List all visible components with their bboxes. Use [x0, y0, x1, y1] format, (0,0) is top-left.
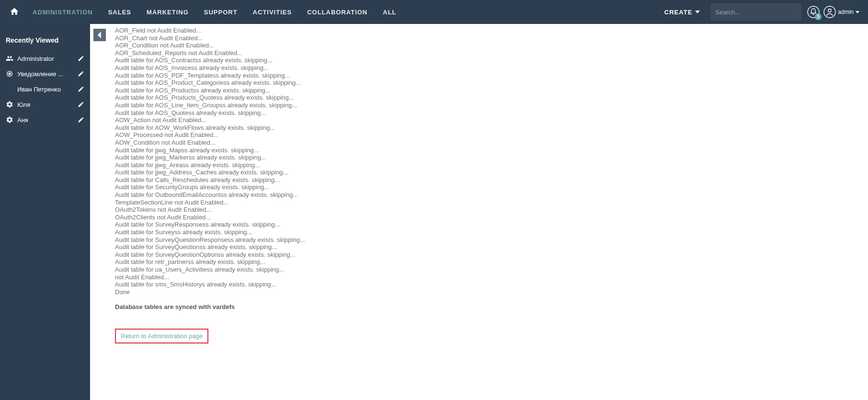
log-line: Audit table for AOS_Productss already ex… — [115, 87, 868, 94]
pencil-icon[interactable] — [78, 101, 84, 108]
gear-icon — [6, 101, 13, 108]
pencil-icon[interactable] — [78, 116, 84, 123]
nav-tab-collaboration[interactable]: COLLABORATION — [299, 0, 375, 24]
status-line: Database tables are synced with vardefs — [115, 303, 868, 310]
svg-point-2 — [828, 9, 831, 12]
log-line: Audit table for sms_SmsHistorys already … — [115, 281, 868, 288]
notification-badge: 5 — [815, 13, 822, 20]
nav-tab-marketing[interactable]: MARKETING — [139, 0, 196, 24]
nav-tab-administration[interactable]: ADMINISTRATION — [25, 0, 101, 24]
log-line: Audit table for SurveyQuestionss already… — [115, 243, 868, 251]
sidebar-item-label: Уведомление ... — [17, 70, 74, 78]
sidebar-item-administrator[interactable]: Administrator — [0, 51, 90, 66]
main-content: AOR_Field not Audit Enabled...AOR_Chart … — [90, 24, 868, 400]
nav-tab-activities[interactable]: ACTIVITIES — [245, 0, 300, 24]
log-line: Audit table for SurveyQuestionOptionss a… — [115, 251, 868, 259]
log-line: Audit table for jjwg_Markerss already ex… — [115, 154, 868, 161]
gear-icon — [6, 116, 13, 124]
sidebar: Recently Viewed Administrator Уведомлени… — [0, 24, 90, 400]
log-line: Audit table for AOS_Quotess already exis… — [115, 109, 868, 117]
log-line: Audit table for Calls_Reschedules alread… — [115, 176, 868, 184]
sidebar-item-notification[interactable]: Уведомление ... — [0, 66, 90, 81]
search-icon[interactable] — [796, 8, 797, 16]
pencil-icon[interactable] — [78, 70, 84, 77]
search-box[interactable] — [710, 3, 801, 21]
sidebar-item-anya[interactable]: Аня — [0, 112, 90, 127]
log-line: not Audit Enabled... — [115, 274, 868, 281]
log-line: Audit table for SurveyResponsess already… — [115, 221, 868, 229]
log-line: Audit table for Surveyss already exists.… — [115, 229, 868, 236]
sidebar-item-label: Юля — [17, 101, 74, 108]
log-line: TemplateSectionLine not Audit Enabled... — [115, 199, 868, 206]
search-input[interactable] — [715, 9, 796, 16]
log-line: Audit table for SurveyQuestionResponsess… — [115, 236, 868, 244]
log-line: Audit table for jjwg_Areass already exis… — [115, 161, 868, 169]
log-line: OAuth2Clients not Audit Enabled... — [115, 214, 868, 221]
user-icon — [823, 6, 836, 18]
return-to-admin-link[interactable]: Return to Administration page — [115, 329, 208, 343]
people-icon — [6, 55, 13, 62]
log-line: AOW_Processed not Audit Enabled... — [115, 131, 868, 139]
log-line: Done — [115, 288, 868, 296]
target-icon — [6, 70, 13, 78]
top-navbar: ADMINISTRATION SALES MARKETING SUPPORT A… — [0, 0, 868, 24]
username-label: admin — [838, 9, 854, 15]
user-menu[interactable]: admin — [823, 6, 859, 18]
log-line: Audit table for AOS_Invoicess already ex… — [115, 64, 868, 72]
log-line: OAuth2Tokens not Audit Enabled... — [115, 206, 868, 214]
log-line: AOR_Chart not Audit Enabled... — [115, 34, 868, 42]
home-icon[interactable] — [10, 7, 20, 17]
chevron-down-icon — [695, 11, 700, 13]
log-line: AOR_Field not Audit Enabled... — [115, 27, 868, 34]
blank-icon — [6, 85, 13, 93]
log-line: AOR_Condition not Audit Enabled... — [115, 42, 868, 49]
log-line: Audit table for ua_Users_Activitiess alr… — [115, 266, 868, 274]
log-line: Audit table for jjwg_Address_Caches alre… — [115, 169, 868, 176]
notifications-button[interactable]: 5 — [806, 5, 821, 19]
pencil-icon[interactable] — [78, 86, 84, 92]
sidebar-item-label: Иван Петренко — [17, 86, 74, 93]
log-output: AOR_Field not Audit Enabled...AOR_Chart … — [115, 24, 868, 296]
nav-tab-sales[interactable]: SALES — [101, 0, 139, 24]
log-line: Audit table for SecurityGroups already e… — [115, 183, 868, 191]
nav-tab-support[interactable]: SUPPORT — [196, 0, 245, 24]
nav-tab-all[interactable]: ALL — [375, 0, 404, 24]
log-line: AOR_Scheduled_Reports not Audit Enabled.… — [115, 49, 868, 57]
log-line: Audit table for AOS_Contractss already e… — [115, 57, 868, 64]
log-line: Audit table for AOS_PDF_Templatess alrea… — [115, 72, 868, 80]
log-line: Audit table for AOS_Products_Quotess alr… — [115, 94, 868, 102]
log-line: AOW_Action not Audit Enabled... — [115, 116, 868, 124]
sidebar-item-label: Administrator — [17, 55, 74, 62]
log-line: Audit table for jjwg_Mapss already exist… — [115, 147, 868, 154]
log-line: Audit table for OutboundEmailAccountss a… — [115, 191, 868, 199]
chevron-down-icon — [856, 11, 859, 13]
log-line: AOW_Condition not Audit Enabled... — [115, 139, 868, 147]
log-line: Audit table for retr_partnerss already e… — [115, 258, 868, 266]
log-line: Audit table for AOW_WorkFlows already ex… — [115, 124, 868, 132]
sidebar-item-label: Аня — [17, 116, 74, 124]
sidebar-item-yulya[interactable]: Юля — [0, 97, 90, 112]
sidebar-title: Recently Viewed — [0, 32, 90, 51]
svg-point-4 — [9, 73, 11, 75]
log-line: Audit table for AOS_Line_Item_Groupss al… — [115, 102, 868, 109]
pencil-icon[interactable] — [78, 55, 84, 62]
nav-tabs: ADMINISTRATION SALES MARKETING SUPPORT A… — [25, 0, 404, 24]
create-button[interactable]: CREATE — [658, 9, 707, 16]
log-line: Audit table for AOS_Product_Categoriess … — [115, 79, 868, 87]
sidebar-item-ivan[interactable]: Иван Петренко — [0, 81, 90, 97]
